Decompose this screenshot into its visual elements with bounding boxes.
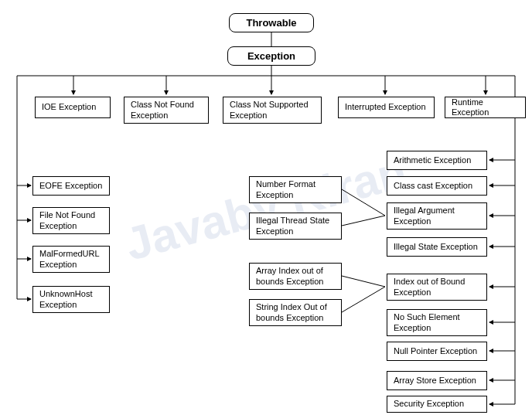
node-illegal-argument: Illegal Argument Exception	[387, 202, 487, 230]
watermark: Javaby Kiran	[120, 145, 413, 270]
node-null-pointer: Null Pointer Exception	[387, 342, 487, 361]
node-illegal-state: Illegal State Exception	[387, 237, 487, 257]
node-unknown-host: UnknownHost Exception	[32, 286, 110, 313]
node-eofe: EOFE Exception	[32, 176, 110, 196]
node-runtime: Runtime Exception	[445, 97, 526, 118]
node-file-not-found: File Not Found Exception	[32, 207, 110, 234]
node-class-not-supported: Class Not Supported Exception	[223, 97, 322, 124]
node-array-index-oob: Array Index out of bounds Exception	[249, 263, 342, 290]
svg-line-23	[342, 189, 385, 216]
node-throwable: Throwable	[229, 13, 314, 32]
node-exception: Exception	[227, 46, 315, 66]
node-array-store: Array Store Exception	[387, 371, 487, 390]
node-number-format: Number Format Exception	[249, 176, 342, 203]
node-class-not-found: Class Not Found Exception	[124, 97, 209, 124]
node-interrupted: Interrupted Exception	[338, 97, 435, 118]
node-string-index-oob: String Index Out of bounds Exception	[249, 299, 342, 326]
node-class-cast: Class cast Exception	[387, 176, 487, 196]
node-malformed-url: MalFormedURL Exception	[32, 246, 110, 273]
svg-line-24	[342, 216, 385, 226]
node-illegal-thread-state: Illegal Thread State Exception	[249, 213, 342, 240]
node-ioe-exception: IOE Exception	[35, 97, 111, 118]
svg-line-25	[342, 276, 385, 287]
node-no-such-element: No Such Element Exception	[387, 309, 487, 336]
node-index-out-of-bound: Index out of Bound Exception	[387, 274, 487, 301]
node-security: Security Exception	[387, 396, 487, 413]
svg-line-26	[342, 287, 385, 312]
node-arithmetic: Arithmetic Exception	[387, 151, 487, 170]
